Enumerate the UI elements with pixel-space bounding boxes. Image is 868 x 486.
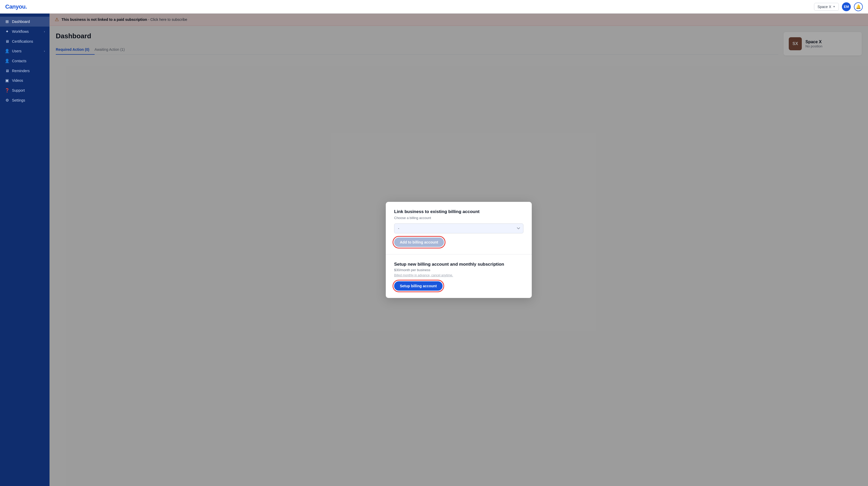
modal-section-setup: Setup new billing account and monthly su… [386, 254, 532, 298]
modal-setup-title: Setup new billing account and monthly su… [394, 262, 523, 267]
dashboard-icon: ⊞ [5, 19, 9, 24]
sidebar-item-label: Users [12, 49, 22, 53]
sidebar-item-label: Settings [12, 98, 25, 102]
sidebar-item-contacts[interactable]: 👤 Contacts [0, 56, 50, 66]
modal-setup-price: $30/month per business [394, 268, 523, 272]
workflows-icon: ✦ [5, 29, 9, 34]
sidebar: ⊞ Dashboard ✦ Workflows › 🖥 Certificatio… [0, 13, 50, 486]
modal-setup-note: Billed monthly in advance, cancel anytim… [394, 273, 523, 277]
support-icon: ❓ [5, 88, 9, 93]
topnav-right: Space X ▼ EM 🔔 [814, 2, 863, 11]
space-selector[interactable]: Space X ▼ [814, 3, 839, 11]
space-selector-label: Space X [817, 5, 831, 9]
sidebar-item-support[interactable]: ❓ Support [0, 86, 50, 95]
modal: Link business to existing billing accoun… [386, 202, 532, 298]
contacts-icon: 👤 [5, 59, 9, 63]
sidebar-item-label: Contacts [12, 59, 26, 63]
avatar[interactable]: EM [842, 2, 851, 11]
billing-account-select[interactable]: - [394, 224, 523, 233]
sidebar-item-users[interactable]: 👤 Users › [0, 46, 50, 56]
chevron-right-icon: › [44, 50, 45, 53]
sidebar-item-reminders[interactable]: 🖥 Reminders [0, 66, 50, 75]
sidebar-item-label: Support [12, 88, 25, 93]
sidebar-item-certifications[interactable]: 🖥 Certifications [0, 36, 50, 46]
chevron-down-icon: ▼ [833, 5, 835, 8]
sidebar-item-videos[interactable]: ▣ Videos [0, 75, 50, 86]
modal-link-title: Link business to existing billing accoun… [394, 209, 523, 214]
chevron-right-icon: › [44, 30, 45, 33]
videos-icon: ▣ [5, 78, 9, 83]
reminders-icon: 🖥 [5, 68, 9, 73]
setup-billing-button[interactable]: Setup billing account [394, 281, 443, 291]
certifications-icon: 🖥 [5, 39, 9, 43]
layout: ⊞ Dashboard ✦ Workflows › 🖥 Certificatio… [0, 13, 868, 486]
topnav: Canyou. Space X ▼ EM 🔔 [0, 0, 868, 13]
sidebar-item-dashboard[interactable]: ⊞ Dashboard [0, 17, 50, 27]
sidebar-item-label: Reminders [12, 69, 30, 73]
add-to-billing-button[interactable]: Add to billing account [394, 237, 444, 247]
sidebar-item-label: Certifications [12, 39, 33, 43]
sidebar-item-workflows[interactable]: ✦ Workflows › [0, 27, 50, 36]
settings-icon: ⚙ [5, 98, 9, 103]
bell-icon[interactable]: 🔔 [854, 2, 863, 11]
modal-overlay: Link business to existing billing accoun… [50, 26, 868, 486]
modal-link-subtitle: Choose a billing account [394, 216, 523, 220]
users-icon: 👤 [5, 49, 9, 54]
main-panel: Dashboard Required Action (0) Awaiting A… [56, 32, 778, 480]
sidebar-item-label: Workflows [12, 29, 29, 34]
sidebar-item-label: Dashboard [12, 20, 30, 24]
sidebar-item-label: Videos [12, 78, 23, 83]
dashboard-area: Dashboard Required Action (0) Awaiting A… [50, 26, 868, 486]
main-content: ⚠ This business is not linked to a paid … [50, 13, 868, 486]
modal-section-link: Link business to existing billing accoun… [386, 202, 532, 254]
sidebar-item-settings[interactable]: ⚙ Settings [0, 95, 50, 105]
app-logo: Canyou. [5, 3, 27, 10]
